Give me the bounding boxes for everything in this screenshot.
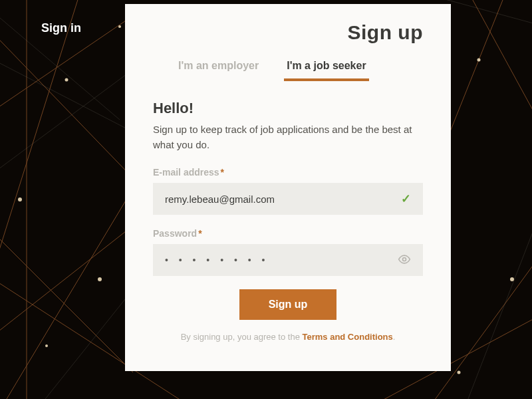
tab-job-seeker[interactable]: I'm a job seeker (284, 56, 368, 81)
svg-point-21 (98, 277, 102, 281)
svg-point-27 (403, 257, 406, 261)
svg-point-19 (18, 198, 22, 201)
terms-text: By signing up, you agree to the Terms an… (153, 332, 423, 342)
svg-point-24 (510, 277, 514, 281)
password-field[interactable]: • • • • • • • • (153, 244, 423, 276)
signup-button[interactable]: Sign up (239, 289, 337, 320)
email-field[interactable]: remy.lebeau@gmail.com ✓ (153, 183, 423, 215)
svg-point-23 (477, 59, 481, 62)
terms-link[interactable]: Terms and Conditions (302, 332, 392, 342)
check-icon: ✓ (401, 192, 411, 206)
password-label: Password* (153, 228, 423, 239)
svg-point-22 (45, 344, 48, 347)
svg-point-20 (65, 78, 68, 82)
signin-link[interactable]: Sign in (41, 21, 81, 35)
role-tabs: I'm an employer I'm a job seeker (176, 56, 423, 81)
svg-point-25 (458, 371, 461, 374)
email-label: E-mail address* (153, 167, 423, 178)
password-value: • • • • • • • • (165, 255, 398, 265)
signup-heading: Sign up (153, 21, 423, 44)
subtitle: Sign up to keep track of job application… (153, 122, 423, 152)
email-value: remy.lebeau@gmail.com (165, 194, 401, 205)
eye-icon[interactable] (398, 253, 411, 268)
tab-employer[interactable]: I'm an employer (176, 56, 261, 81)
greeting: Hello! (153, 100, 423, 117)
svg-point-26 (118, 25, 121, 28)
signup-panel: Sign up I'm an employer I'm a job seeker… (125, 4, 451, 371)
